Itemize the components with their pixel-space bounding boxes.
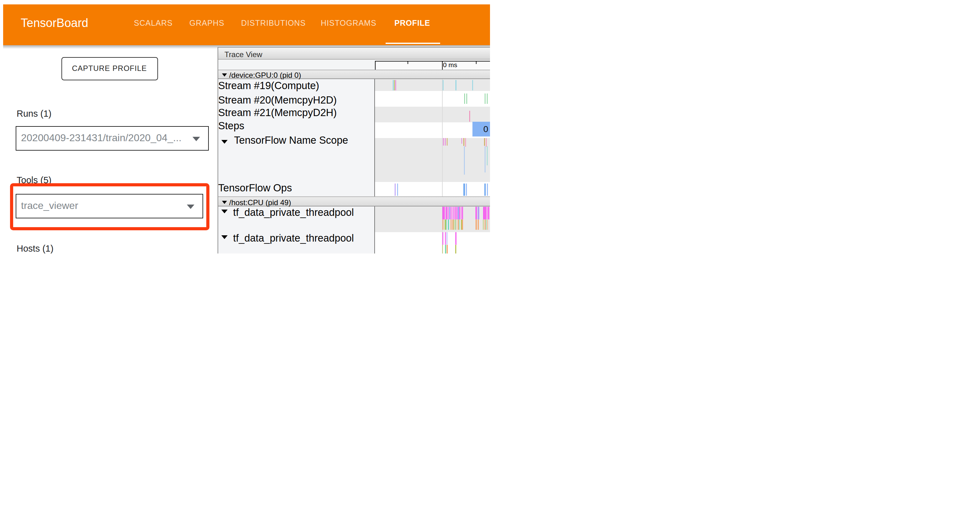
svg-text:0: 0 <box>483 124 488 134</box>
